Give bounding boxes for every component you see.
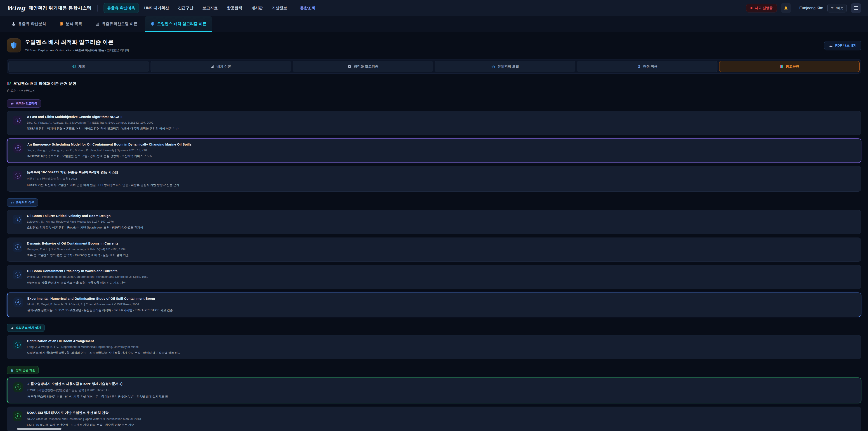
shield-icon <box>10 41 18 49</box>
user-name: Eunjeong Kim <box>799 6 823 10</box>
reference-title: A Fast and Elitist Multiobjective Geneti… <box>27 115 179 119</box>
reference-meta: 이문진 외 | 한국해양과학기술원 | 2015 <box>27 177 179 181</box>
reference-description: ESI 1~10 등급별 방제 우선순위 · 오일펜스 가중 배치 전략 · 취… <box>27 423 141 427</box>
nav-item-emergency-rescue[interactable]: 긴급구난 <box>175 3 197 13</box>
wing-logo: Wing <box>7 4 26 11</box>
references-summary: 총 12편 · 4개 카테고리 <box>7 89 861 93</box>
reference-number-badge: 1 <box>13 340 22 349</box>
shield-icon <box>151 22 155 26</box>
category-hydrodynamic-theory: 유체역학 이론 1 Oil Boom Failure: Critical Vel… <box>7 192 861 317</box>
section-tab-hydrodynamics-model[interactable]: 유체역학 모델 <box>435 61 575 72</box>
reference-description: 유체-구조 상호작용 · 1.5D/2.5D 구조모델 · 유전알고리즘 최적화… <box>27 308 173 312</box>
section-tab-references[interactable]: 참고문헌 <box>719 61 860 72</box>
menu-button[interactable] <box>851 3 861 13</box>
reference-meta: Muttin, F., Guyot, F., Nouchi, S. & Vari… <box>27 303 173 306</box>
reference-card[interactable]: 1 Optimization of an Oil Boom Arrangemen… <box>7 335 861 359</box>
nav-item-aerial-search[interactable]: 항공탐색 <box>223 3 246 13</box>
reference-description: 파랑+조류 복합 환경에서 오일펜스 효율 실험 · V형·U형 성능 비교 기… <box>27 281 148 285</box>
page-title: 오일펜스 배치 최적화 알고리즘 이론 <box>25 38 129 45</box>
reference-meta: ITOPF | 해양경찰청·해양환경관리공단 번역 | © 2011 ITOPF… <box>27 388 168 392</box>
reference-card[interactable]: 1 Oil Boom Failure: Critical Velocity an… <box>7 210 861 234</box>
red-dot-icon <box>750 7 752 9</box>
flask-icon <box>11 22 16 26</box>
nav-item-hns-dispersion[interactable]: HNS·대기확산 <box>141 3 173 13</box>
reference-card-highlighted[interactable]: 4 Experimental, Numerical and Optimisati… <box>7 293 861 317</box>
reference-number-badge: 4 <box>13 298 23 307</box>
reference-title: Optimization of an Oil Boom Arrangement <box>27 339 181 343</box>
reference-meta: Xu, Y., Zhang, L., Zheng, P., Liu, G., &… <box>27 149 192 152</box>
books-icon <box>7 81 11 86</box>
reference-card[interactable]: 1 A Fast and Elitist Multiobjective Gene… <box>7 111 861 135</box>
reference-card[interactable]: 2 NOAA ESI 방제정보지도 기반 오일펜스 우선 배치 전략 NOAA … <box>7 407 861 431</box>
wave-icon <box>10 201 14 204</box>
reference-description: NSGA-II 원전 · 비지배 정렬 + 혼잡도 거리 · 파레토 전면 탐색… <box>27 127 179 131</box>
reference-card-highlighted[interactable]: 1 기름오염방제시 오일펜스 사용지침 (ITOPF 방제기술정보문서 3) I… <box>7 378 861 403</box>
nav-item-board[interactable]: 게시판 <box>248 3 267 13</box>
reference-number-badge: 3 <box>13 270 22 279</box>
reference-number-badge: 2 <box>13 242 22 252</box>
reference-description: 오일펜스 배치 형태(V형·U형·J형) 최적화 연구 · 조류 방향각과 차단… <box>27 351 181 355</box>
nav-item-integrated-search[interactable]: 통합조회 <box>297 3 319 13</box>
nav-item-weather-info[interactable]: 기상정보 <box>268 3 291 13</box>
reference-number-badge: 1 <box>13 215 22 224</box>
page-icon-tile <box>7 38 21 53</box>
horizontal-scrollbar-thumb[interactable] <box>17 428 61 430</box>
ruler-icon <box>211 65 214 68</box>
sub-tab-bar: 유출유 확산분석 분석 목록 유출유확산모델 이론 오일펜스 배치 알고리즘 이… <box>0 16 868 32</box>
incident-status-label: 사고 진행중 <box>755 6 773 10</box>
reference-meta: Leibovich, S. | Annual Review of Fluid M… <box>27 220 143 223</box>
section-tab-optimization-algorithm[interactable]: 최적화 알고리즘 <box>293 61 433 72</box>
reference-title: Oil Boom Failure: Critical Velocity and … <box>27 214 143 218</box>
page-header: 오일펜스 배치 최적화 알고리즘 이론 Oil Boom Deployment … <box>0 32 868 55</box>
notification-bell-button[interactable] <box>781 3 791 13</box>
incident-status-badge[interactable]: 사고 진행중 <box>746 4 777 12</box>
reference-meta: Delvigne, G.A.L. | Spill Science & Techn… <box>27 247 129 251</box>
top-nav: Wing 해양환경 위기대응 통합시스템 유출유 확산예측 HNS·대기확산 긴… <box>0 0 868 16</box>
reference-meta: Fang, J. & Wong, K.-F.V. | Department of… <box>27 345 181 348</box>
reference-title: 등록특허 10-1567431 기반 유출유 확산예측-방제 연동 시스템 <box>27 170 179 175</box>
reference-title: An Emergency Scheduling Model for Oil Co… <box>27 143 192 146</box>
category-badge: 유체역학 이론 <box>7 198 38 207</box>
download-tray-icon <box>829 43 833 48</box>
tab-boom-algorithm-theory[interactable]: 오일펜스 배치 알고리즘 이론 <box>145 16 212 32</box>
section-tab-field-application[interactable]: 현장 적용 <box>577 61 717 72</box>
ruler-icon <box>10 326 14 330</box>
section-tab-deployment-theory[interactable]: 배치 이론 <box>151 61 291 72</box>
reference-number-badge: 2 <box>13 143 23 153</box>
references-panel: 오일펜스 배치 최적화 이론 근거 문헌 총 12편 · 4개 카테고리 최적화… <box>0 81 868 431</box>
divider <box>97 5 98 11</box>
section-tab-overview[interactable]: 개요 <box>8 61 149 72</box>
reference-title: Oil Boom Containment Efficiency in Waves… <box>27 269 148 273</box>
nav-item-reports[interactable]: 보고자료 <box>199 3 221 13</box>
globe-icon <box>72 64 76 68</box>
reference-number-badge: 1 <box>13 116 22 125</box>
reference-title: Dynamic Behavior of Oil Containment Boom… <box>27 242 129 245</box>
tab-spill-model-theory[interactable]: 유출유확산모델 이론 <box>90 16 143 32</box>
gear-icon <box>347 64 351 68</box>
page-title-block: 오일펜스 배치 최적화 알고리즘 이론 Oil Boom Deployment … <box>25 38 129 53</box>
logout-button[interactable]: 로그아웃 <box>827 4 847 12</box>
reference-title: Experimental, Numerical and Optimisation… <box>27 297 173 300</box>
reference-card[interactable]: 2 Dynamic Behavior of Oil Containment Bo… <box>7 238 861 262</box>
nav-item-oil-spill-prediction[interactable]: 유출유 확산예측 <box>103 3 139 13</box>
reference-card[interactable]: 3 등록특허 10-1567431 기반 유출유 확산예측-방제 연동 시스템 … <box>7 166 861 192</box>
pdf-export-button[interactable]: PDF 내보내기 <box>824 41 861 51</box>
main-nav: 유출유 확산예측 HNS·대기확산 긴급구난 보고자료 항공탐색 게시판 기상정… <box>103 3 319 13</box>
references-heading: 오일펜스 배치 최적화 이론 근거 문헌 <box>7 81 861 86</box>
reference-description: 커튼형·펜스형·해안용 분류 · 6가지 기름 유실 메커니즘 · 힘 계산 공… <box>27 395 168 399</box>
reference-meta: Deb, K., Pratap, A., Agarwal, S., & Meya… <box>27 121 179 124</box>
tab-spill-analysis[interactable]: 유출유 확산분석 <box>6 16 52 32</box>
category-boom-deployment-design: 오일펜스 배치 설계 1 Optimization of an Oil Boom… <box>7 317 861 359</box>
brand-logo: Wing 해양환경 위기대응 통합시스템 <box>7 4 92 11</box>
tab-analysis-list[interactable]: 분석 목록 <box>54 16 88 32</box>
app-title: 해양환경 위기대응 통합시스템 <box>29 5 92 11</box>
reference-card[interactable]: 3 Oil Boom Containment Efficiency in Wav… <box>7 265 861 289</box>
reference-card-highlighted[interactable]: 2 An Emergency Scheduling Model for Oil … <box>7 138 861 163</box>
category-badge: 최적화 알고리즘 <box>7 99 41 107</box>
notebook-icon <box>59 22 64 26</box>
category-badge: 방제 운용 기준 <box>7 366 39 374</box>
section-tab-bar: 개요 배치 이론 최적화 알고리즘 유체역학 모델 <box>7 59 861 74</box>
gear-icon <box>10 102 14 105</box>
wave-icon <box>491 64 495 68</box>
reference-number-badge: 1 <box>13 382 23 392</box>
